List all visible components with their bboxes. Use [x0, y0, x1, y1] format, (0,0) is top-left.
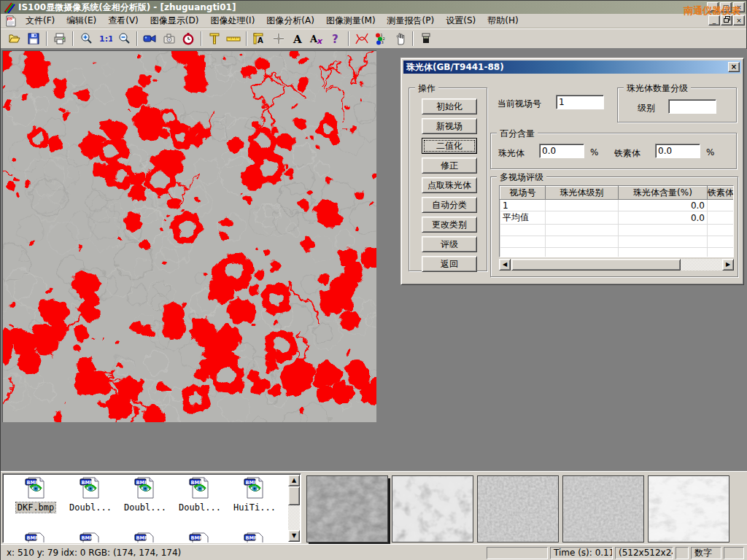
open-button[interactable] [5, 30, 24, 47]
table-row[interactable] [500, 225, 735, 236]
file-list[interactable]: BMP DKF.bmp BMP Doubl... [2, 473, 301, 543]
menu-image-process[interactable]: 图像处理(I) [204, 13, 260, 28]
menu-image-analysis[interactable]: 图像分析(A) [260, 13, 320, 28]
ferrite-input[interactable]: 0.0 [655, 144, 700, 158]
scroll-thumb[interactable] [288, 486, 300, 505]
multifield-table[interactable]: 视场号 珠光体级别 珠光体含量(%) 铁素体含量(%) 1 0.0 平均值 0.… [499, 185, 734, 257]
file-name[interactable]: Doubl... [123, 502, 168, 513]
menu-view[interactable]: 查看(V) [102, 13, 144, 28]
new-field-button[interactable]: 新视场 [422, 118, 477, 134]
help-button[interactable]: ? [326, 30, 345, 47]
rate-button[interactable]: 评级 [422, 236, 477, 252]
font-style-button[interactable]: Ax [307, 30, 326, 47]
menu-bar: DOC 文件(F) 编辑(E) 查看(V) 图像显示(D) 图像处理(I) 图像… [1, 14, 746, 28]
auto-classify-button[interactable]: 自动分类 [422, 197, 477, 213]
thumbnail-4[interactable] [562, 475, 644, 542]
scroll-thumb[interactable] [511, 259, 681, 271]
thumbnail-1[interactable] [306, 475, 388, 542]
thumbnail-3[interactable] [477, 475, 559, 542]
menu-help[interactable]: 帮助(H) [481, 13, 524, 28]
file-name[interactable]: Doubl... [68, 502, 113, 513]
file-item[interactable]: BMP [118, 532, 172, 543]
correct-button[interactable]: 修正 [422, 158, 477, 174]
pointer-hand-button[interactable] [390, 30, 409, 47]
toolbar-separator [412, 31, 414, 46]
actual-size-button[interactable]: 1:1 [96, 30, 115, 47]
file-item[interactable]: BMP [173, 532, 227, 543]
scroll-up-button[interactable]: ▲ [288, 475, 300, 486]
toolbar-separator [72, 31, 74, 46]
file-name[interactable]: HuiTi... [232, 502, 277, 513]
scroll-track[interactable] [681, 259, 722, 271]
menu-measure-report[interactable]: 测量报告(P) [382, 13, 441, 28]
file-item[interactable]: BMP [63, 532, 117, 543]
video-camera-icon [143, 32, 158, 45]
menu-file[interactable]: 文件(F) [20, 13, 61, 28]
col-pearlite-content[interactable]: 珠光体含量(%) [619, 187, 708, 200]
pick-pearlite-button[interactable]: 点取珠光体 [422, 177, 477, 193]
curve-tool-button[interactable] [352, 30, 371, 47]
class-dots-button[interactable]: 123 [371, 30, 390, 47]
stopwatch-button[interactable] [179, 30, 198, 47]
file-item[interactable]: BMP Doubl... [173, 477, 227, 513]
file-name[interactable]: Doubl... [177, 502, 222, 513]
level-input[interactable] [668, 99, 716, 114]
toolbar-separator [136, 31, 138, 46]
dialog-close-button[interactable]: × [728, 62, 740, 72]
file-item[interactable]: BMP HuiTi... [228, 477, 282, 513]
change-class-button[interactable]: 更改类别 [422, 217, 477, 233]
table-horizontal-scrollbar[interactable]: ◀ ▶ [499, 259, 734, 271]
file-item[interactable]: BMP Doubl... [118, 477, 172, 513]
print-button[interactable] [50, 30, 69, 47]
caliper-vertical-button[interactable] [205, 30, 224, 47]
bmp-file-icon: BMP [133, 532, 157, 543]
pearlite-input[interactable]: 0.0 [539, 144, 584, 158]
thumbnail-2[interactable] [392, 475, 473, 542]
file-name[interactable]: DKF.bmp [16, 502, 56, 513]
metallographic-image-canvas[interactable] [2, 50, 376, 422]
app-window: IS100显微摄像系统(金相分析版) - [zhuguangti01] _ □ … [0, 0, 747, 560]
title-bar[interactable]: IS100显微摄像系统(金相分析版) - [zhuguangti01] _ □ … [1, 1, 746, 14]
file-item[interactable]: BMP [9, 532, 63, 543]
binarize-button[interactable]: 二值化 [422, 138, 477, 154]
zoom-in-button[interactable] [77, 30, 96, 47]
init-button[interactable]: 初始化 [422, 98, 477, 114]
menu-image-display[interactable]: 图像显示(D) [144, 13, 205, 28]
current-field-input[interactable]: 1 [556, 95, 604, 109]
zoom-out-button[interactable] [115, 30, 133, 47]
brush-tool-button[interactable] [417, 30, 436, 47]
file-item[interactable]: BMP DKF.bmp [9, 477, 63, 513]
scroll-down-button[interactable]: ▼ [288, 530, 300, 542]
save-button[interactable] [24, 30, 43, 47]
menu-settings[interactable]: 设置(S) [440, 13, 481, 28]
table-row[interactable]: 平均值 0.0 [500, 211, 735, 225]
col-ferrite-content[interactable]: 铁素体含量(%) [708, 187, 735, 200]
table-row[interactable] [500, 236, 735, 248]
scroll-left-button[interactable]: ◀ [499, 259, 511, 271]
bmp-file-icon: BMP [243, 532, 266, 543]
menu-image-measure[interactable]: 图像测量(M) [320, 13, 382, 28]
col-field-no[interactable]: 视场号 [500, 187, 546, 200]
scroll-right-button[interactable]: ▶ [722, 259, 734, 271]
menu-edit[interactable]: 编辑(E) [61, 13, 102, 28]
ruler-horizontal-button[interactable] [224, 30, 243, 47]
toolbar-separator [246, 31, 247, 46]
file-item[interactable]: BMP [228, 532, 282, 543]
toolbar: 1:1 A A Ax ? 123 [1, 28, 746, 49]
thumbnail-5[interactable] [648, 475, 729, 542]
table-row[interactable] [500, 248, 735, 258]
measure-text-button[interactable]: A [250, 30, 269, 47]
move-tool-button[interactable] [269, 30, 288, 47]
document-icon[interactable]: DOC [5, 15, 17, 27]
file-list-scrollbar[interactable]: ▲ ▼ [288, 475, 300, 542]
video-capture-button[interactable] [141, 30, 160, 47]
bmp-file-icon: BMP [188, 532, 212, 543]
bmp-file-icon: BMP [79, 477, 102, 499]
camera-capture-button[interactable] [160, 30, 179, 47]
font-button[interactable]: A [288, 30, 307, 47]
file-item[interactable]: BMP Doubl... [63, 477, 117, 513]
dialog-title-bar[interactable]: 珠光体(GB/T9441-88) × [403, 61, 741, 74]
col-pearlite-level[interactable]: 珠光体级别 [546, 187, 619, 200]
table-row[interactable]: 1 0.0 [500, 200, 735, 211]
return-button[interactable]: 返回 [422, 256, 477, 272]
